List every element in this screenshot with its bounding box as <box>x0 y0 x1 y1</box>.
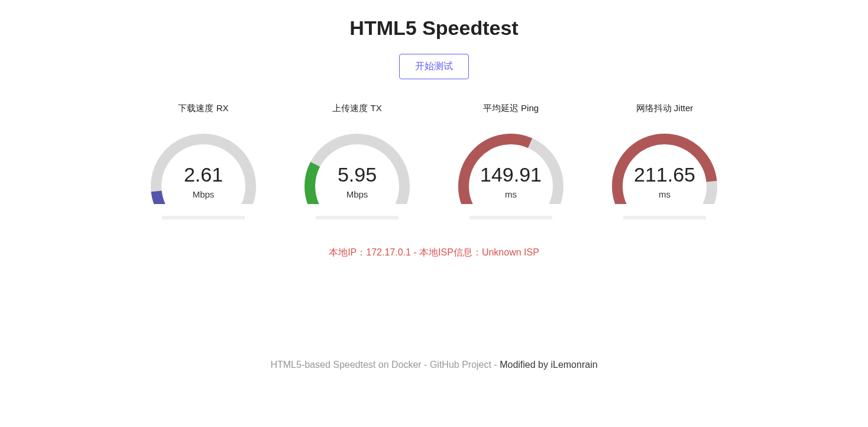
gauge-dial: 211.65ms <box>605 121 724 204</box>
gauge-progress-bar <box>162 216 245 219</box>
gauge-dial: 2.61Mbps <box>144 121 263 204</box>
page-title: HTML5 Speedtest <box>0 0 868 40</box>
footer-sep: - <box>422 360 430 370</box>
footer-sep: - <box>491 360 500 370</box>
footer-link-github[interactable]: GitHub Project <box>430 360 491 370</box>
gauge-progress-bar <box>469 216 552 219</box>
gauge-unit: ms <box>452 189 570 199</box>
gauge-value: 149.91 <box>452 164 570 185</box>
gauge-label: 平均延迟 Ping <box>483 103 539 114</box>
gauge-value: 2.61 <box>144 164 263 185</box>
gauges-row: 下载速度 RX2.61Mbps上传速度 TX5.95Mbps平均延迟 Ping1… <box>0 103 868 219</box>
footer-link-docker[interactable]: HTML5-based Speedtest on Docker <box>270 360 421 370</box>
ip-info: 本地IP：172.17.0.1 - 本地ISP信息：Unknown ISP <box>0 247 868 259</box>
gauge-label: 上传速度 TX <box>332 103 381 114</box>
gauge-label: 下载速度 RX <box>178 103 228 114</box>
gauge-unit: ms <box>605 189 724 199</box>
gauge-progress-bar <box>623 216 706 219</box>
gauge-progress-bar <box>316 216 399 219</box>
upload-gauge: 上传速度 TX5.95Mbps <box>292 103 422 219</box>
gauge-label: 网络抖动 Jitter <box>636 103 694 114</box>
gauge-unit: Mbps <box>144 189 263 199</box>
jitter-gauge: 网络抖动 Jitter211.65ms <box>600 103 730 219</box>
gauge-value: 211.65 <box>605 164 724 185</box>
footer-modified-by: Modified by iLemonrain <box>500 360 597 370</box>
footer: HTML5-based Speedtest on Docker - GitHub… <box>0 360 868 370</box>
gauge-dial: 5.95Mbps <box>298 121 416 204</box>
ping-gauge: 平均延迟 Ping149.91ms <box>446 103 576 219</box>
gauge-unit: Mbps <box>298 189 416 199</box>
gauge-value: 5.95 <box>298 164 416 185</box>
gauge-dial: 149.91ms <box>452 121 570 204</box>
start-button[interactable]: 开始测试 <box>399 54 469 79</box>
download-gauge: 下载速度 RX2.61Mbps <box>138 103 268 219</box>
